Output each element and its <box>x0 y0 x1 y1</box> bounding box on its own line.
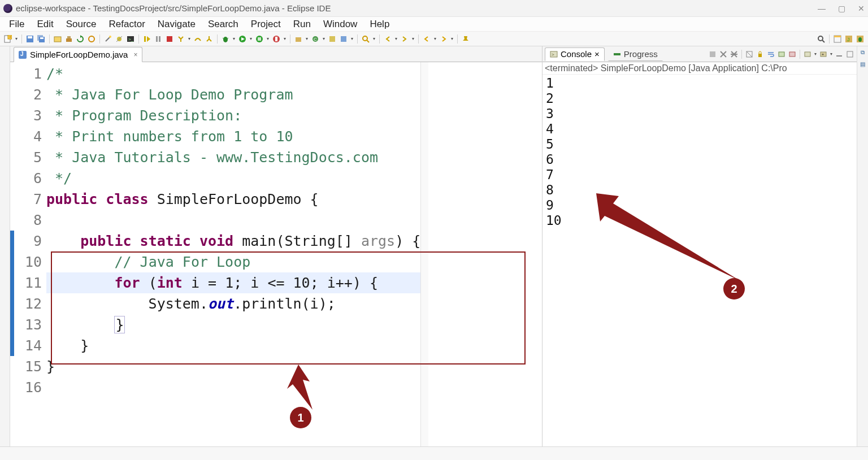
code-line[interactable]: } <box>46 356 420 377</box>
remove-all-icon[interactable] <box>730 50 739 59</box>
remove-launch-icon[interactable] <box>719 50 728 59</box>
next-annot-icon[interactable] <box>400 34 409 44</box>
save-icon[interactable] <box>25 34 34 44</box>
code-line[interactable] <box>46 210 420 231</box>
close-icon[interactable]: × <box>594 49 600 59</box>
dropdown-icon[interactable]: ▾ <box>394 34 398 44</box>
code-line[interactable]: // Java For Loop <box>46 251 420 272</box>
step-over-icon[interactable] <box>193 34 202 44</box>
code-line[interactable]: * Java Tutorials - www.TestingDocs.com <box>46 147 420 168</box>
show-console-on-err-icon[interactable] <box>788 50 797 59</box>
code-line[interactable]: for (int i = 1; i <= 10; i++) { <box>46 272 420 293</box>
dropdown-icon[interactable]: ▾ <box>232 34 236 44</box>
dropdown-icon[interactable]: ▾ <box>249 34 253 44</box>
dropdown-icon[interactable]: ▾ <box>830 50 833 59</box>
search-icon[interactable] <box>361 34 370 44</box>
new-servlet-icon[interactable] <box>328 34 337 44</box>
menu-navigate[interactable]: Navigate <box>152 18 201 31</box>
open-perspective-icon[interactable] <box>833 34 842 44</box>
menu-file[interactable]: File <box>3 18 30 31</box>
dropdown-icon[interactable]: ▾ <box>305 34 309 44</box>
clear-console-icon[interactable] <box>745 50 754 59</box>
code-line[interactable]: */ <box>46 168 420 189</box>
run-icon[interactable] <box>238 34 247 44</box>
code-line[interactable]: } <box>46 314 420 335</box>
code-line[interactable]: * Java For Loop Demo Program <box>46 84 420 105</box>
step-stop-icon[interactable] <box>165 34 174 44</box>
step-resume-icon[interactable] <box>142 34 151 44</box>
code-line[interactable]: } <box>46 335 420 356</box>
dropdown-icon[interactable]: ▾ <box>188 34 191 44</box>
editor-tab[interactable]: SimpleForLoopDemo.java × <box>14 47 142 62</box>
code-line[interactable]: public static void main(String[] args) { <box>46 231 420 251</box>
menu-source[interactable]: Source <box>60 18 102 31</box>
code-line[interactable]: /* <box>46 63 420 84</box>
close-icon[interactable]: × <box>133 51 137 59</box>
display-console-icon[interactable]: + <box>819 50 828 59</box>
back-icon[interactable] <box>422 34 431 44</box>
code-line[interactable] <box>46 377 420 398</box>
show-console-on-out-icon[interactable] <box>777 50 786 59</box>
java-perspective-icon[interactable]: J <box>844 34 853 44</box>
terminate-icon[interactable] <box>708 50 717 59</box>
close-button[interactable]: ✕ <box>858 0 865 17</box>
build-icon[interactable] <box>64 34 73 44</box>
prev-annot-icon[interactable] <box>383 34 392 44</box>
wand-icon[interactable] <box>103 34 112 44</box>
sync-icon[interactable] <box>87 34 96 44</box>
new-pkg-icon[interactable] <box>294 34 303 44</box>
menu-project[interactable]: Project <box>245 18 287 31</box>
code-line[interactable]: * Print numbers from 1 to 10 <box>46 126 420 147</box>
outline-view-icon[interactable]: ▤ <box>859 60 867 68</box>
dropdown-icon[interactable]: ▾ <box>266 34 270 44</box>
terminal-icon[interactable]: >_ <box>126 34 135 44</box>
dropdown-icon[interactable]: ▾ <box>372 34 376 44</box>
debug-icon[interactable] <box>221 34 230 44</box>
step-into-icon[interactable] <box>176 34 185 44</box>
refresh-icon[interactable] <box>76 34 85 44</box>
dropdown-icon[interactable]: ▾ <box>322 34 326 44</box>
pin-console-icon[interactable] <box>803 50 812 59</box>
dropdown-icon[interactable]: ▾ <box>283 34 287 44</box>
menu-search[interactable]: Search <box>202 18 244 31</box>
open-type-icon[interactable] <box>53 34 62 44</box>
dropdown-icon[interactable]: ▾ <box>15 34 18 44</box>
code-line[interactable]: System.out.println(i); <box>46 293 420 314</box>
code-line[interactable]: public class SimpleForLoopDemo { <box>46 189 420 210</box>
dropdown-icon[interactable]: ▾ <box>350 34 354 44</box>
quick-access-icon[interactable] <box>817 34 826 44</box>
progress-tab[interactable]: Progress <box>608 47 663 61</box>
debug-perspective-icon[interactable] <box>856 34 865 44</box>
ext-tools-icon[interactable] <box>272 34 281 44</box>
console-output[interactable]: 1 2 3 4 5 6 7 8 9 10 <box>542 75 857 446</box>
menu-refactor[interactable]: Refactor <box>103 18 151 31</box>
new-jsp-icon[interactable] <box>339 34 348 44</box>
pin-icon[interactable] <box>461 34 470 44</box>
menu-edit[interactable]: Edit <box>31 18 59 31</box>
new-class-icon[interactable]: C <box>311 34 320 44</box>
dropdown-icon[interactable]: ▾ <box>433 34 437 44</box>
code-line[interactable]: * Program Description: <box>46 105 420 126</box>
menu-window[interactable]: Window <box>318 18 363 31</box>
maximize-view-icon[interactable] <box>845 50 854 59</box>
restore-view-icon[interactable]: ⧉ <box>859 49 867 57</box>
dropdown-icon[interactable]: ▾ <box>411 34 415 44</box>
forward-icon[interactable] <box>439 34 448 44</box>
minimize-button[interactable]: — <box>818 0 826 17</box>
save-all-icon[interactable] <box>37 34 46 44</box>
editor-body[interactable]: 12345678910111213141516 /* * Java For Lo… <box>10 62 542 446</box>
dropdown-icon[interactable]: ▾ <box>814 50 817 59</box>
coverage-icon[interactable] <box>255 34 264 44</box>
minimize-view-icon[interactable] <box>835 50 844 59</box>
menu-run[interactable]: Run <box>288 18 316 31</box>
scroll-lock-icon[interactable] <box>756 50 765 59</box>
maximize-button[interactable]: ▢ <box>838 0 845 17</box>
word-wrap-icon[interactable] <box>766 50 775 59</box>
menu-help[interactable]: Help <box>364 18 395 31</box>
console-tab[interactable]: > Console × <box>545 47 605 61</box>
step-suspend-icon[interactable] <box>154 34 163 44</box>
code-area[interactable]: /* * Java For Loop Demo Program * Progra… <box>46 62 420 446</box>
step-return-icon[interactable] <box>205 34 214 44</box>
skip-brk-icon[interactable] <box>115 34 124 44</box>
new-icon[interactable]: + <box>3 34 12 44</box>
